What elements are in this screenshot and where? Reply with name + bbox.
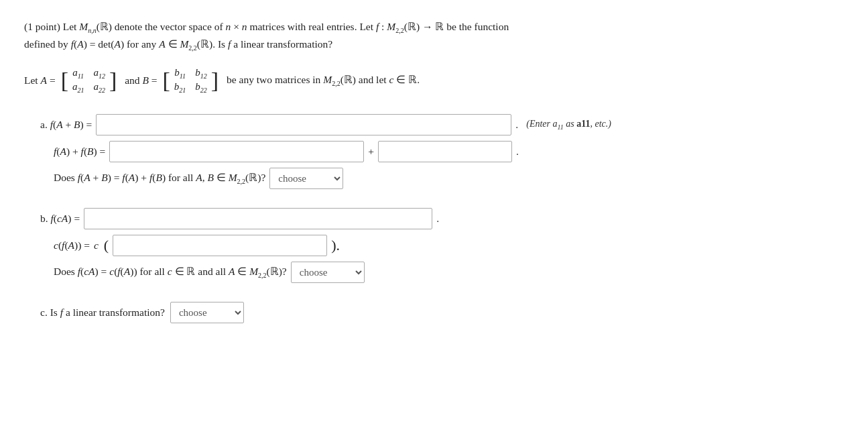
part-a-label: a. f(A + B) =: [40, 119, 92, 131]
part-b-row3: Does f(cA) = c(f(A)) for all c ∈ ℝ and a…: [40, 262, 844, 283]
problem-line1: (1 point) Let Mn,n(ℝ) denote the vector …: [24, 21, 509, 32]
part-a-plus-sign: +: [368, 146, 374, 158]
part-b-label: b. f(cA) =: [40, 213, 80, 225]
part-c-label: c. Is f a linear transformation?: [40, 307, 165, 319]
part-b-dropdown[interactable]: choose yes no: [291, 262, 365, 283]
problem-line2: defined by f(A) = det(A) for any A ∈ M2,…: [24, 38, 332, 50]
matrix-A-grid: a11 a12 a21 a22: [70, 66, 108, 95]
matrix-B-grid: b11 b12 b21 b22: [172, 66, 210, 95]
part-b-open-paren: (: [104, 238, 109, 253]
part-a-row1: a. f(A + B) = . (Enter a11 as a11, etc.): [40, 114, 844, 135]
part-a-fB-input[interactable]: [378, 141, 512, 162]
matrix-A: [ a11 a12 a21 a22 ]: [61, 66, 117, 95]
matrix-B: [ b11 b12 b21 b22 ]: [163, 66, 219, 95]
part-b-row2: c(f(A)) = c ( ).: [40, 235, 844, 256]
part-a-row3: Does f(A + B) = f(A) + f(B) for all A, B…: [40, 168, 844, 189]
a12: a12: [93, 67, 105, 80]
part-a-dropdown[interactable]: choose yes no: [269, 168, 343, 189]
part-a-fAplusB-input[interactable]: [96, 114, 511, 135]
b22: b22: [195, 81, 207, 94]
matrix-A-bracket-right: ]: [109, 69, 117, 92]
part-a-row2: f(A) + f(B) = + .: [40, 141, 844, 162]
part-a-does-label: Does f(A + B) = f(A) + f(B) for all A, B…: [54, 172, 265, 185]
part-b-row1-dot: .: [436, 213, 439, 225]
part-a-fA-input[interactable]: [109, 141, 364, 162]
part-b-cfA-label: c(f(A)) =: [54, 239, 90, 252]
part-b-inner-input[interactable]: [113, 235, 327, 256]
b11: b11: [174, 67, 186, 80]
part-c-dropdown[interactable]: choose yes no: [170, 302, 244, 323]
b21: b21: [174, 81, 186, 94]
problem-statement: (1 point) Let Mn,n(ℝ) denote the vector …: [24, 19, 844, 54]
part-a-hint: (Enter a11 as a11, etc.): [526, 119, 611, 131]
part-b-c-value: c: [94, 239, 99, 252]
a11: a11: [72, 67, 84, 80]
matrix-B-bracket-right: ]: [211, 69, 219, 92]
part-a-fA-plus-fB-label: f(A) + f(B) =: [54, 146, 105, 158]
part-b-does-label: Does f(cA) = c(f(A)) for all c ∈ ℝ and a…: [54, 266, 287, 279]
part-c: c. Is f a linear transformation? choose …: [24, 302, 844, 323]
part-b-row1: b. f(cA) = .: [40, 208, 844, 229]
page-container: (1 point) Let Mn,n(ℝ) denote the vector …: [0, 0, 868, 444]
part-a: a. f(A + B) = . (Enter a11 as a11, etc.)…: [24, 114, 844, 189]
part-c-row1: c. Is f a linear transformation? choose …: [40, 302, 844, 323]
part-a-row2-dot: .: [516, 146, 519, 158]
a21: a21: [72, 81, 84, 94]
b12: b12: [195, 67, 207, 80]
part-b: b. f(cA) = . c(f(A)) = c ( ). Does f(cA)…: [24, 208, 844, 283]
matrix-A-bracket-left: [: [61, 69, 68, 92]
matrix-definition: Let A = [ a11 a12 a21 a22 ] and B = [ b1…: [24, 66, 844, 95]
let-A-label: Let A =: [24, 74, 56, 87]
part-b-close-paren: ).: [331, 238, 340, 253]
part-a-row1-dot: .: [515, 119, 518, 131]
be-any-label: be any two matrices in M2,2(ℝ) and let c…: [224, 74, 420, 87]
part-b-fcA-input[interactable]: [84, 208, 432, 229]
a22: a22: [93, 81, 105, 94]
and-B-label: and B =: [122, 74, 157, 87]
matrix-B-bracket-left: [: [163, 69, 170, 92]
